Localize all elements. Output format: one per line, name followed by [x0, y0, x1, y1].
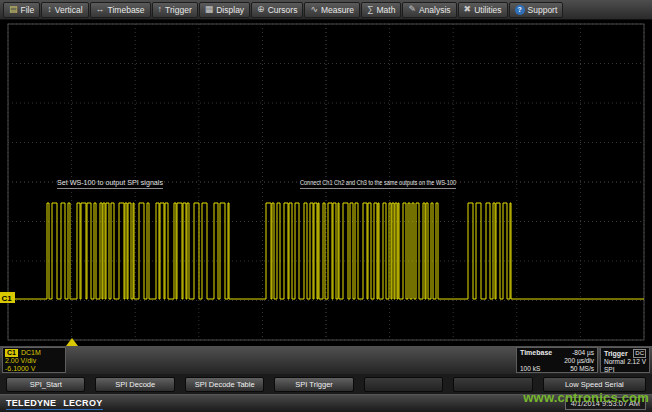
menu-item-cursors[interactable]: ⊕Cursors: [251, 2, 303, 18]
menu-item-support[interactable]: ?Support: [509, 2, 564, 18]
trigger-icon: ↑: [158, 5, 163, 14]
menu-item-label: Analysis: [419, 5, 451, 15]
button-spi-start[interactable]: SPI_Start: [6, 377, 85, 392]
timebase-delay: -804 µs: [572, 349, 594, 357]
descriptor-spacer: [68, 347, 514, 373]
brand-lecroy: LECROY: [63, 398, 102, 408]
menu-item-label: Support: [528, 5, 558, 15]
c1-level-indicator-label: C1: [2, 294, 13, 303]
menu-item-display[interactable]: ▦Display: [199, 2, 250, 18]
button-spi-decode-table[interactable]: SPI Decode Table: [185, 377, 264, 392]
menu-item-utilities[interactable]: ✖Utilities: [458, 2, 508, 18]
menu-item-math[interactable]: ∑Math: [361, 2, 401, 18]
channel-scale: 2.00 V/div: [5, 357, 63, 365]
scope-grid-svg: C1Set WS-100 to output SPI signalsConnec…: [0, 20, 652, 346]
trigger-mode: Normal: [604, 358, 625, 366]
trigger-source: SPI: [604, 366, 614, 374]
channel-offset: -6.1000 V: [5, 365, 63, 373]
empty-button-slot[interactable]: [364, 377, 443, 392]
cursors-icon: ⊕: [257, 5, 265, 14]
measure-icon: ∿: [310, 5, 318, 14]
trigger-time-marker[interactable]: [66, 338, 78, 346]
timebase-samples: 100 kS: [520, 365, 540, 373]
menu-item-vertical[interactable]: ↕Vertical: [41, 2, 88, 18]
menu-item-timebase[interactable]: ↔Timebase: [90, 2, 151, 18]
trigger-descriptor[interactable]: Trigger DC Normal 2.12 V SPI: [600, 347, 650, 373]
menu-item-measure[interactable]: ∿Measure: [304, 2, 360, 18]
trigger-title: Trigger: [604, 350, 628, 358]
channel-id-chip: C1: [5, 349, 18, 357]
button-spi-decode[interactable]: SPI Decode: [95, 377, 174, 392]
menu-bar: ▤File↕Vertical↔Timebase↑Trigger▦Display⊕…: [0, 0, 652, 20]
support-icon: ?: [515, 5, 525, 15]
waveform-annotation-2: Connect Ch1 Ch2 and Ch3 to the same outp…: [300, 179, 456, 187]
empty-button-slot[interactable]: [453, 377, 532, 392]
menu-item-label: Utilities: [474, 5, 501, 15]
watermark: www.cntronics.com: [523, 390, 649, 405]
waveform-annotation-1: Set WS-100 to output SPI signals: [57, 179, 164, 187]
display-icon: ▦: [205, 5, 214, 14]
menu-item-label: Cursors: [268, 5, 298, 15]
menu-item-label: Measure: [321, 5, 354, 15]
button-spi-trigger[interactable]: SPI Trigger: [274, 377, 353, 392]
menu-item-analysis[interactable]: ✎Analysis: [402, 2, 456, 18]
menu-item-file[interactable]: ▤File: [3, 2, 40, 18]
analysis-icon: ✎: [408, 5, 416, 14]
brand-logo: TELEDYNE LECROY: [6, 398, 103, 410]
menu-item-label: File: [21, 5, 35, 15]
oscilloscope-app: ▤File↕Vertical↔Timebase↑Trigger▦Display⊕…: [0, 0, 652, 412]
scope-display: C1Set WS-100 to output SPI signalsConnec…: [0, 20, 652, 346]
math-icon: ∑: [367, 5, 373, 14]
timebase-title: Timebase: [520, 349, 552, 357]
menu-item-label: Display: [216, 5, 244, 15]
menu-item-label: Timebase: [108, 5, 145, 15]
menu-item-trigger[interactable]: ↑Trigger: [152, 2, 198, 18]
channel-coupling: DC1M: [21, 349, 41, 357]
trigger-coupling: DC: [633, 349, 646, 358]
vertical-icon: ↕: [47, 5, 52, 14]
timebase-rate: 50 MS/s: [570, 365, 594, 373]
timebase-descriptor[interactable]: Timebase -804 µs 200 µs/div 100 kS 50 MS…: [516, 347, 598, 373]
descriptor-row: C1 DC1M 2.00 V/div -6.1000 V Timebase -8…: [0, 346, 652, 374]
timebase-scale: 200 µs/div: [564, 357, 594, 365]
menu-item-label: Math: [376, 5, 395, 15]
menu-item-label: Vertical: [55, 5, 83, 15]
file-icon: ▤: [9, 5, 18, 14]
utilities-icon: ✖: [464, 5, 472, 14]
brand-teledyne: TELEDYNE: [6, 398, 56, 408]
menu-item-label: Trigger: [165, 5, 192, 15]
trigger-level: 2.12 V: [627, 358, 646, 366]
channel-descriptor-c1[interactable]: C1 DC1M 2.00 V/div -6.1000 V: [2, 347, 66, 373]
timebase-icon: ↔: [96, 5, 105, 14]
